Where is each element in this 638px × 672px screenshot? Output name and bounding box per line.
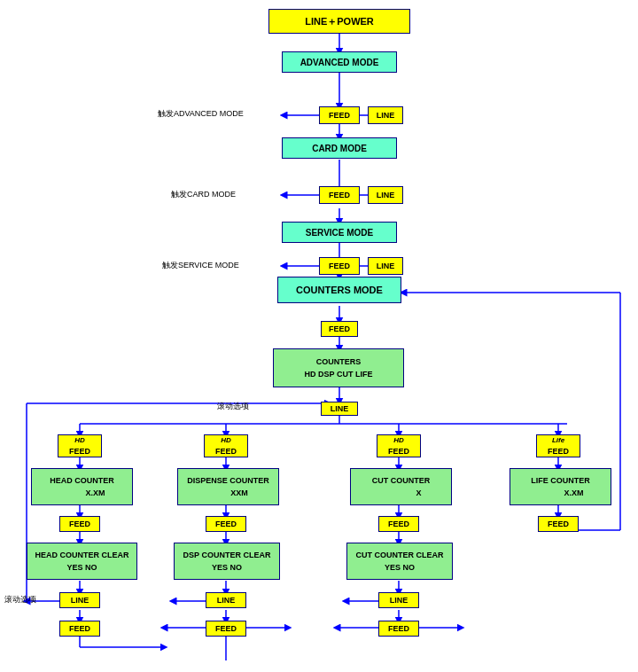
line-5-box: LINE xyxy=(59,592,100,608)
line-7-box: LINE xyxy=(378,592,419,608)
feed-2-box: FEED xyxy=(319,186,360,204)
feed-3-box: FEED xyxy=(319,257,360,275)
feed-10-box: FEED xyxy=(206,621,246,637)
head-counter-box: HEAD COUNTER X.XM xyxy=(31,468,133,505)
life-feed-box: Life FEED xyxy=(536,434,580,457)
cut-counter-clear-box: CUT COUNTER CLEAR YES NO xyxy=(346,543,453,580)
feed-8-box: FEED xyxy=(538,516,579,532)
trigger-card-label: 触发CARD MODE xyxy=(171,189,236,200)
hd-feed-1-sub: FEED xyxy=(69,446,90,457)
cut-counter-label: CUT COUNTER xyxy=(372,474,431,487)
hd-feed-2-label: HD xyxy=(221,435,231,446)
dispense-counter-value: XXM xyxy=(230,487,248,499)
hd-feed-3-box: HD FEED xyxy=(377,434,421,457)
scroll-label-2: 滚动选项 xyxy=(4,594,36,606)
trigger-service-label: 触发SERVICE MODE xyxy=(162,260,239,271)
counters-label: COUNTERS xyxy=(316,356,362,368)
head-counter-label: HEAD COUNTER xyxy=(50,474,114,487)
life-counter-value: X.XM xyxy=(564,487,583,499)
counters-box: COUNTERS HD DSP CUT LIFE xyxy=(273,348,404,387)
line-4-box: LINE xyxy=(321,402,358,416)
cut-counter-clear-opts: YES NO xyxy=(385,561,415,574)
dispense-counter-box: DISPENSE COUNTER XXM xyxy=(177,468,279,505)
scroll-label-1: 滚动选项 xyxy=(217,401,249,412)
dispense-counter-label: DISPENSE COUNTER xyxy=(187,474,269,487)
life-feed-label: Life xyxy=(552,435,564,446)
feed-9-box: FEED xyxy=(59,621,100,637)
cut-counter-box: CUT COUNTER X xyxy=(350,468,452,505)
cut-counter-clear-label: CUT COUNTER CLEAR xyxy=(356,549,444,561)
counters-sub: HD DSP CUT LIFE xyxy=(305,368,373,380)
advanced-mode-box: ADVANCED MODE xyxy=(282,51,397,73)
feed-6-box: FEED xyxy=(206,516,246,532)
counters-mode-box: COUNTERS MODE xyxy=(277,277,401,303)
trigger-advanced-label: 触发ADVANCED MODE xyxy=(158,108,244,120)
head-counter-clear-opts: YES NO xyxy=(66,561,97,574)
feed-1-box: FEED xyxy=(319,106,360,124)
line-3-box: LINE xyxy=(368,257,403,275)
life-feed-sub: FEED xyxy=(548,446,569,457)
hd-feed-3-sub: FEED xyxy=(388,446,409,457)
head-counter-value: X.XM xyxy=(85,487,105,499)
line-6-box: LINE xyxy=(206,592,246,608)
feed-11-box: FEED xyxy=(378,621,419,637)
card-mode-box: CARD MODE xyxy=(282,137,397,159)
hd-feed-2-box: HD FEED xyxy=(204,434,248,457)
line-1-box: LINE xyxy=(368,106,403,124)
life-counter-box: LIFE COUNTER X.XM xyxy=(510,468,611,505)
hd-feed-2-sub: FEED xyxy=(215,446,237,457)
hd-feed-1-box: HD FEED xyxy=(58,434,102,457)
line-power-box: LINE＋POWER xyxy=(268,9,410,34)
hd-feed-1-label: HD xyxy=(74,435,85,446)
life-counter-label: LIFE COUNTER xyxy=(531,474,590,487)
diagram-container: LINE＋POWER ADVANCED MODE 触发ADVANCED MODE… xyxy=(0,0,638,672)
line-2-box: LINE xyxy=(368,186,403,204)
head-counter-clear-label: HEAD COUNTER CLEAR xyxy=(35,549,128,561)
service-mode-box: SERVICE MODE xyxy=(282,222,397,243)
feed-5-box: FEED xyxy=(59,516,100,532)
dsp-counter-clear-box: DSP COUNTER CLEAR YES NO xyxy=(174,543,280,580)
feed-7-box: FEED xyxy=(378,516,419,532)
head-counter-clear-box: HEAD COUNTER CLEAR YES NO xyxy=(27,543,137,580)
cut-counter-value: X xyxy=(416,487,421,499)
hd-feed-3-label: HD xyxy=(393,435,404,446)
feed-4-box: FEED xyxy=(321,321,358,337)
dsp-counter-clear-label: DSP COUNTER CLEAR xyxy=(183,549,271,561)
dsp-counter-clear-opts: YES NO xyxy=(212,561,242,574)
